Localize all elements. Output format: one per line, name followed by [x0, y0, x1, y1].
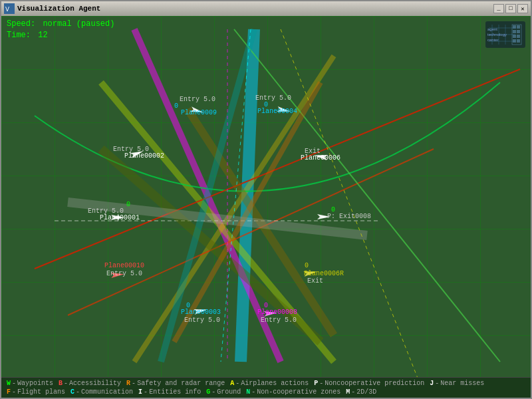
legend-label-accessibility: Accessibility [69, 380, 121, 387]
maximize-button[interactable]: □ [505, 4, 516, 13]
svg-rect-56 [513, 39, 516, 43]
legend-key-f: F [7, 388, 11, 396]
legend-sep-c: - [76, 388, 80, 396]
legend-noncooperative-zones: N - Non-cooperative zones [246, 388, 340, 396]
legend-label-actions: Airplanes actions [241, 380, 309, 387]
time-value: 12 [38, 31, 47, 40]
legend-bar: W - Waypoints B - Accessibility R - Safe… [1, 377, 531, 398]
svg-rect-51 [517, 25, 520, 29]
legend-key-r: R [126, 380, 130, 387]
legend-waypoints: W - Waypoints [7, 380, 53, 387]
legend-sep-m: - [351, 388, 355, 396]
legend-label-prediction: Noncooperative prediction [325, 380, 424, 387]
time-label: Time: [7, 31, 31, 40]
legend-accessibility: B - Accessibility [59, 380, 121, 387]
speed-line: Speed: normal (paused) [7, 19, 114, 30]
legend-ground: G - Ground [206, 388, 241, 396]
window-title: Visualization Agent [17, 5, 493, 13]
canvas-svg [1, 16, 531, 377]
speed-value: normal (paused) [43, 19, 114, 29]
legend-key-b: B [59, 380, 63, 387]
legend-label-noncooperative-zones: Non-cooperative zones [257, 388, 340, 396]
legend-sep-n: - [251, 388, 255, 396]
legend-key-g: G [206, 388, 210, 396]
legend-sep-g: - [211, 388, 215, 396]
legend-prediction: P - Noncooperative prediction [314, 380, 424, 387]
legend-label-communication: Communication [81, 388, 133, 396]
legend-entities-info: I - Entities info [138, 388, 201, 396]
legend-2d3d: M - 2D/3D [346, 388, 376, 396]
legend-actions: A - Airplanes actions [230, 380, 309, 387]
legend-sep-j: - [435, 380, 439, 387]
close-button[interactable]: ✕ [517, 4, 528, 13]
legend-label-waypoints: Waypoints [17, 380, 53, 387]
legend-label-near-misses: Near misses [440, 380, 484, 387]
svg-rect-57 [517, 39, 520, 43]
atc-logo: agent technology center [485, 21, 525, 48]
legend-safety: R - Safety and radar range [126, 380, 225, 387]
legend-sep-b: - [64, 380, 68, 387]
legend-sep-a: - [235, 380, 239, 387]
legend-flight-plans: F - Flight plans [7, 388, 65, 396]
minimize-button[interactable]: _ [493, 4, 504, 13]
legend-key-j: J [430, 380, 434, 387]
speed-label: Speed: [7, 19, 35, 29]
legend-row-1: W - Waypoints B - Accessibility R - Safe… [7, 380, 525, 387]
legend-sep-f: - [12, 388, 16, 396]
svg-rect-52 [513, 30, 516, 33]
legend-label-safety: Safety and radar range [137, 380, 225, 387]
svg-rect-50 [513, 25, 516, 29]
svg-text:center: center [487, 38, 499, 42]
app-window: V Visualization Agent _ □ ✕ [0, 0, 532, 399]
window-controls: _ □ ✕ [493, 4, 528, 13]
svg-text:agent: agent [487, 27, 497, 31]
legend-sep-p: - [319, 380, 323, 387]
legend-key-i: I [138, 388, 142, 396]
legend-sep-r: - [132, 380, 136, 387]
svg-text:V: V [5, 6, 9, 13]
svg-marker-20 [118, 213, 120, 221]
legend-key-n: N [246, 388, 250, 396]
legend-sep-i: - [144, 388, 148, 396]
time-line: Time: 12 [7, 30, 114, 41]
status-display: Speed: normal (paused) Time: 12 [7, 19, 114, 41]
svg-text:technology: technology [487, 33, 507, 37]
visualization-canvas[interactable]: Speed: normal (paused) Time: 12 [1, 16, 531, 377]
legend-sep-w: - [12, 380, 16, 387]
legend-near-misses: J - Near misses [430, 380, 484, 387]
svg-line-8 [234, 29, 500, 362]
legend-label-ground: Ground [217, 388, 241, 396]
legend-label-flight-plans: Flight plans [17, 388, 65, 396]
legend-key-a: A [230, 380, 234, 387]
title-bar: V Visualization Agent _ □ ✕ [1, 1, 531, 16]
svg-rect-54 [513, 35, 516, 38]
app-icon: V [4, 3, 15, 14]
svg-rect-55 [517, 35, 520, 38]
legend-key-c: C [70, 388, 74, 396]
svg-rect-32 [321, 216, 327, 217]
legend-key-m: M [346, 388, 350, 396]
legend-communication: C - Communication [70, 388, 133, 396]
legend-label-entities-info: Entities info [149, 388, 201, 396]
legend-row-2: F - Flight plans C - Communication I - E… [7, 388, 525, 396]
legend-label-2d3d: 2D/3D [356, 388, 376, 396]
legend-key-w: W [7, 380, 11, 387]
svg-rect-53 [517, 30, 520, 33]
legend-key-p: P [314, 380, 318, 387]
svg-line-6 [35, 69, 520, 269]
